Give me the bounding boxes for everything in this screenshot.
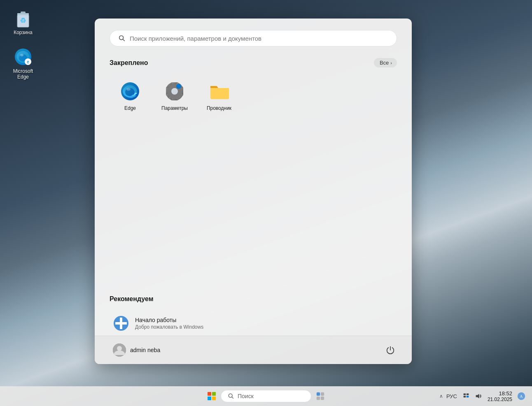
svg-marker-24: [115, 322, 127, 325]
user-name-label: admin neba: [130, 347, 160, 353]
recommended-section-header: Рекомендуем: [110, 295, 397, 303]
pinned-apps-grid: Edge: [110, 76, 397, 116]
edge-desktop-label: Microsoft Edge: [8, 68, 38, 80]
explorer-pinned-label: Проводник: [207, 105, 231, 111]
notification-icon: A: [517, 392, 526, 401]
taskbar-volume-icon-btn[interactable]: [473, 390, 484, 402]
volume-icon: [475, 393, 482, 399]
desktop-icon-recycle-bin[interactable]: ♻ ♻ Корзина: [7, 7, 40, 37]
power-button[interactable]: [384, 343, 397, 357]
svg-rect-31: [317, 397, 320, 400]
pinned-section-title: Закреплено: [110, 59, 148, 67]
recommended-section-title: Рекомендуем: [110, 295, 154, 303]
show-hidden-icons-button[interactable]: ∧: [439, 393, 443, 399]
taskbar-notification-button[interactable]: A: [516, 390, 527, 402]
settings-pinned-icon: [164, 81, 185, 102]
start-search-icon: [118, 35, 126, 42]
recommended-item-get-started[interactable]: Начало работы Добро пожаловать в Windows: [110, 311, 397, 336]
taskbar-network-icon-btn[interactable]: [460, 390, 472, 402]
taskbar-system-icons: [460, 390, 484, 402]
desktop-icon-edge[interactable]: e Microsoft Edge: [7, 45, 40, 81]
widgets-icon: [316, 392, 325, 401]
taskbar-clock[interactable]: 18:52 21.02.2025: [488, 390, 512, 402]
svg-point-6: [20, 54, 23, 56]
svg-rect-33: [464, 394, 466, 395]
recycle-bin-label: Корзина: [14, 30, 33, 35]
svg-marker-37: [476, 394, 479, 398]
svg-point-12: [126, 88, 131, 91]
desktop: ♻ ♻ Корзина: [0, 0, 532, 406]
taskbar-widgets-button[interactable]: [313, 389, 328, 404]
user-avatar: [113, 343, 126, 357]
svg-rect-2: [21, 12, 26, 14]
svg-point-26: [117, 346, 122, 351]
taskbar-right-area: ∧ РУС: [439, 390, 527, 402]
svg-rect-35: [464, 396, 466, 397]
start-menu-spacer: [110, 124, 397, 287]
svg-point-15: [176, 84, 181, 89]
taskbar-time-display: 18:52: [488, 390, 512, 397]
start-menu: Закреплено Все ›: [95, 19, 412, 364]
settings-pinned-label: Параметры: [161, 105, 188, 111]
taskbar-language-indicator[interactable]: РУС: [446, 393, 457, 399]
taskbar-search-icon: [228, 393, 234, 399]
recommended-item-title: Начало работы: [135, 317, 203, 323]
edge-pinned-label: Edge: [124, 105, 136, 111]
svg-rect-30: [321, 392, 324, 396]
pinned-section-header: Закреплено Все ›: [110, 58, 397, 67]
svg-rect-36: [467, 396, 469, 397]
start-menu-search-bar[interactable]: [110, 30, 397, 46]
recycle-bin-icon: ♻ ♻: [13, 8, 33, 28]
explorer-pinned-icon: [208, 81, 230, 102]
svg-text:e: e: [27, 60, 29, 64]
taskbar-date-display: 21.02.2025: [488, 397, 512, 402]
edge-desktop-icon: e: [13, 47, 33, 67]
svg-line-10: [123, 39, 124, 41]
svg-point-14: [171, 88, 178, 95]
taskbar-search-bar[interactable]: Поиск: [221, 390, 311, 402]
pinned-app-settings[interactable]: Параметры: [154, 76, 195, 116]
taskbar-center-items: Поиск: [204, 389, 328, 404]
taskbar: Поиск ∧ РУС: [0, 386, 532, 406]
start-search-input[interactable]: [130, 35, 388, 42]
user-profile-area[interactable]: admin neba: [110, 342, 163, 358]
svg-line-28: [232, 397, 233, 399]
start-menu-footer: admin neba: [95, 336, 412, 364]
get-started-icon: [113, 315, 129, 332]
chevron-right-icon: ›: [390, 60, 392, 65]
windows-logo-icon: [208, 392, 216, 400]
network-icon: [463, 393, 469, 399]
svg-rect-34: [467, 394, 469, 395]
pinned-app-explorer[interactable]: Проводник: [198, 76, 240, 116]
svg-rect-32: [321, 397, 324, 400]
power-icon: [386, 346, 395, 355]
taskbar-search-placeholder: Поиск: [238, 393, 254, 399]
recommended-item-subtitle: Добро пожаловать в Windows: [135, 324, 203, 330]
edge-pinned-icon: [119, 81, 141, 102]
svg-text:♻: ♻: [20, 16, 26, 25]
pinned-app-edge[interactable]: Edge: [110, 76, 151, 116]
start-button[interactable]: [204, 389, 219, 404]
recommended-item-text: Начало работы Добро пожаловать в Windows: [135, 317, 203, 330]
svg-text:A: A: [520, 394, 523, 399]
all-apps-button[interactable]: Все ›: [374, 58, 397, 67]
svg-rect-29: [317, 392, 320, 396]
recommended-section: Рекомендуем: [110, 287, 397, 336]
